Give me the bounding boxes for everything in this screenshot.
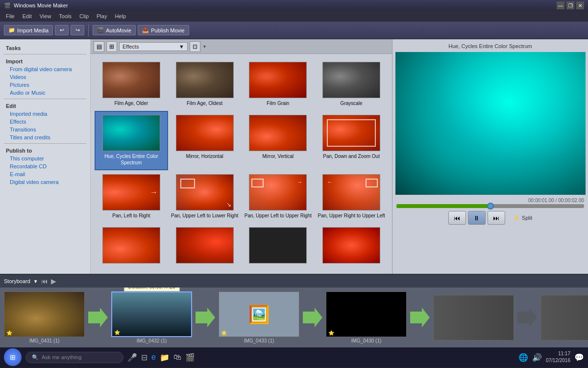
title-bar-left: 🎬 Windows Movie Maker <box>4 2 68 9</box>
effects-view-btn-2[interactable]: ⊞ <box>106 41 117 52</box>
volume-icon[interactable]: 🔊 <box>532 353 542 362</box>
forward-icon: ⏭ <box>493 214 499 222</box>
effect-pan-ul-ur[interactable]: → Pan, Upper Left to Upper Right <box>242 170 315 223</box>
transition-arrow-3 <box>303 308 322 327</box>
transition-arrow-2 <box>196 308 215 327</box>
split-button[interactable]: ⚡ Split <box>513 215 532 221</box>
transition-3[interactable] <box>300 295 325 341</box>
sidebar-item-recordable-cd[interactable]: Recordable CD <box>0 162 90 170</box>
effect-hue-cycles[interactable]: Hue, Cycles Entire Color Spectrum <box>95 111 168 170</box>
mic-icon[interactable]: 🎤 <box>127 353 137 362</box>
undo-button[interactable]: ↩ <box>55 25 69 35</box>
effect-film-grain[interactable]: Film Grain <box>242 58 315 111</box>
menu-view[interactable]: View <box>36 12 55 20</box>
clock[interactable]: 11:17 07/12/2016 <box>546 350 570 364</box>
effect-thumb-film-age-oldest <box>176 62 234 98</box>
sidebar-item-transitions[interactable]: Transitions <box>0 126 90 133</box>
redo-icon: ↪ <box>75 27 80 33</box>
sidebar-item-this-computer[interactable]: This computer <box>0 155 90 162</box>
edit-separator <box>4 99 86 99</box>
effects-size-btn[interactable]: ⊡ <box>190 41 200 52</box>
effect-mirror-horizontal[interactable]: Mirror, Horizontal <box>168 111 242 170</box>
menu-tools[interactable]: Tools <box>55 12 75 20</box>
automovie-button[interactable]: 🎬 AutoMovie <box>93 25 136 35</box>
effect-thumb-film-age-older <box>102 62 160 98</box>
search-bar[interactable]: 🔍 Ask me anything <box>25 352 123 363</box>
storyboard-item-img0433[interactable]: 🖼️ ⭐ IMG_0433 (1) <box>219 291 299 343</box>
maximize-button[interactable]: ❐ <box>566 1 574 9</box>
transition-4[interactable] <box>408 295 432 341</box>
effect-thumb-mirror-horizontal <box>176 115 234 151</box>
redo-button[interactable]: ↪ <box>71 25 84 35</box>
sidebar-item-email[interactable]: E-mail <box>0 170 90 178</box>
effect-pan-down-zoom[interactable]: Pan, Down and Zoom Out <box>315 111 388 170</box>
storyboard-item-img0431[interactable]: ⭐ IMG_0431 (1) <box>4 291 85 343</box>
edge-icon[interactable]: e <box>151 353 156 362</box>
sidebar-item-imported-media[interactable]: Imported media <box>0 110 90 118</box>
film-strip-2 <box>540 295 588 341</box>
menu-edit[interactable]: Edit <box>19 12 36 20</box>
progress-bar[interactable] <box>396 204 584 208</box>
transition-arrow-1 <box>88 308 108 327</box>
task-view-icon[interactable]: ⊟ <box>141 353 147 362</box>
start-button[interactable]: ⊞ <box>4 348 22 366</box>
storyboard-item-img0432[interactable]: IMG_0432 (1) Duration: 00:00:47.20 ⭐ IMG… <box>111 291 192 343</box>
notification-icon[interactable]: 💬 <box>574 353 584 362</box>
folder-icon[interactable]: 📁 <box>160 353 170 362</box>
sidebar-item-audio[interactable]: Audio or Music <box>0 89 90 97</box>
storyboard-play-button[interactable]: ▶ <box>51 277 56 285</box>
storyboard-prev-button[interactable]: ⏮ <box>41 277 48 285</box>
progress-handle[interactable] <box>487 203 494 210</box>
network-icon[interactable]: 🌐 <box>518 353 528 362</box>
close-button[interactable]: ✕ <box>576 1 584 9</box>
tasks-label: Tasks <box>0 43 90 52</box>
sidebar-item-titles-credits[interactable]: Titles and credits <box>0 133 90 141</box>
effect-pan-ul-lr[interactable]: ↘ Pan, Upper Left to Lower Right <box>168 170 242 223</box>
title-bar: 🎬 Windows Movie Maker — ❐ ✕ <box>0 0 588 11</box>
menu-help[interactable]: Help <box>111 12 130 20</box>
effect-grayscale[interactable]: Grayscale <box>315 58 388 111</box>
pause-button[interactable]: ⏸ <box>468 211 486 225</box>
effect-pan-left-right[interactable]: → Pan, Left to Right <box>95 170 168 223</box>
store-icon[interactable]: 🛍 <box>173 353 181 362</box>
effect-row4-item1[interactable] <box>95 223 168 270</box>
effects-view-btn-1[interactable]: ▤ <box>94 41 104 52</box>
sidebar-item-effects[interactable]: Effects <box>0 118 90 126</box>
storyboard-label-img0433: IMG_0433 (1) <box>244 338 274 343</box>
menu-clip[interactable]: Clip <box>75 12 93 20</box>
sidebar-item-videos[interactable]: Videos <box>0 73 90 81</box>
effect-pan-ur-ul[interactable]: ← Pan, Upper Right to Upper Left <box>315 170 388 223</box>
app-icon-taskbar[interactable]: 🎬 <box>185 353 195 362</box>
forward-button[interactable]: ⏭ <box>488 211 505 225</box>
storyboard-item-img0430[interactable]: ⭐ IMG_0430 (1) <box>326 291 407 343</box>
publish-movie-button[interactable]: 📤 Publish Movie <box>138 25 189 35</box>
storyboard-thumb-img0432: ⭐ <box>111 291 192 337</box>
rewind-button[interactable]: ⏮ <box>448 211 466 225</box>
sidebar-item-pictures[interactable]: Pictures <box>0 81 90 89</box>
effect-film-age-older[interactable]: Film Age, Older <box>95 58 168 111</box>
storyboard-dropdown-icon: ▼ <box>33 279 38 284</box>
sidebar-item-digital-video[interactable]: Digital video camera <box>0 178 90 186</box>
minimize-button[interactable]: — <box>557 1 564 9</box>
import-media-button[interactable]: 📁 Import Media <box>4 25 53 35</box>
effect-row4-item4[interactable] <box>315 223 388 270</box>
effects-dropdown[interactable]: Effects ▼ <box>119 42 188 51</box>
effect-thumb-grayscale <box>322 62 380 98</box>
transition-2[interactable] <box>193 295 218 341</box>
menu-play[interactable]: Play <box>93 12 111 20</box>
app-icon: 🎬 <box>4 2 11 9</box>
effect-thumb-film-grain <box>249 62 307 98</box>
main-area: Tasks Import From digital video camera V… <box>0 39 588 274</box>
effect-thumb-row4-3 <box>249 227 307 263</box>
storyboard-label: Storyboard <box>4 278 30 284</box>
transition-1[interactable] <box>86 295 110 341</box>
effect-label-mirror-vertical: Mirror, Vertical <box>262 153 294 159</box>
effect-mirror-vertical[interactable]: Mirror, Vertical <box>242 111 315 170</box>
menu-file[interactable]: File <box>2 12 19 20</box>
sidebar-item-digital-camera[interactable]: From digital video camera <box>0 65 90 73</box>
effect-film-age-oldest[interactable]: Film Age, Oldest <box>168 58 242 111</box>
effect-row4-item2[interactable] <box>168 223 242 270</box>
effect-row4-item3[interactable] <box>242 223 315 270</box>
effect-label-pan-ur-ul: Pan, Upper Right to Upper Left <box>318 212 385 219</box>
storyboard-empty-1 <box>433 295 514 341</box>
